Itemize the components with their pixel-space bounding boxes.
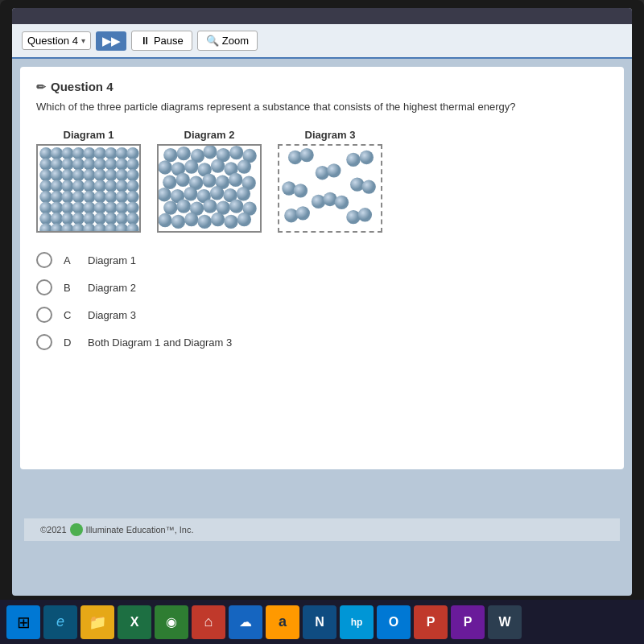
svg-point-15	[105, 159, 117, 171]
svg-point-115	[299, 148, 313, 162]
taskbar: ⊞ e 📁 X ◉ ⌂ ☁ a N hp O P P W	[0, 600, 644, 644]
svg-point-39	[72, 191, 85, 203]
svg-point-105	[229, 200, 243, 213]
svg-point-69	[105, 224, 117, 232]
svg-point-65	[61, 224, 73, 232]
copyright-text: ©2021	[40, 525, 67, 535]
svg-point-126	[335, 196, 349, 209]
svg-point-17	[126, 159, 138, 171]
svg-point-130	[358, 208, 372, 221]
taskbar-folder-button[interactable]: 📁	[80, 605, 114, 639]
taskbar-excel-button[interactable]: X	[118, 605, 151, 639]
question-selector[interactable]: Question 4 ▾	[22, 31, 91, 50]
svg-point-67	[83, 224, 95, 232]
svg-point-53	[126, 202, 138, 214]
svg-point-1	[51, 147, 63, 159]
svg-point-99	[237, 187, 250, 200]
svg-point-72	[163, 148, 177, 162]
svg-point-35	[126, 180, 138, 192]
svg-point-70	[116, 224, 128, 232]
radio-b[interactable]	[36, 279, 52, 295]
answer-row-c[interactable]: C Diagram 3	[36, 307, 608, 323]
svg-point-129	[346, 210, 360, 224]
svg-point-2	[61, 147, 73, 159]
svg-point-38	[61, 191, 73, 203]
taskbar-windows-button[interactable]: ⊞	[6, 605, 40, 639]
svg-point-61	[116, 213, 128, 225]
svg-point-121	[294, 184, 308, 197]
svg-point-59	[94, 213, 106, 225]
taskbar-win-dark-button[interactable]: W	[488, 605, 522, 639]
answer-letter-b: B	[64, 282, 76, 294]
taskbar-home-button[interactable]: ⌂	[192, 605, 225, 639]
svg-point-9	[39, 159, 52, 171]
svg-point-95	[184, 187, 197, 200]
pause-button[interactable]: ⏸ Pause	[131, 31, 192, 51]
svg-point-108	[171, 215, 185, 229]
svg-point-48	[72, 202, 85, 214]
taskbar-outlook-button[interactable]: O	[377, 605, 411, 639]
answer-row-a[interactable]: A Diagram 1	[36, 252, 608, 268]
svg-point-41	[94, 191, 106, 203]
question-text: Which of the three particle diagrams rep…	[36, 100, 608, 114]
svg-point-54	[39, 213, 52, 225]
svg-point-103	[203, 200, 217, 213]
taskbar-note-button[interactable]: N	[303, 605, 336, 639]
svg-point-120	[282, 182, 295, 196]
svg-point-85	[237, 160, 251, 174]
taskbar-edge-button[interactable]: e	[43, 605, 77, 639]
svg-point-43	[116, 191, 128, 203]
svg-point-111	[211, 213, 225, 226]
svg-point-119	[327, 163, 341, 177]
company-name: Illuminate Education™, Inc.	[86, 525, 194, 535]
svg-point-11	[61, 159, 73, 171]
taskbar-ppt-button[interactable]: P	[414, 605, 448, 639]
svg-point-3	[72, 147, 85, 159]
skip-button[interactable]: ▶▶	[96, 31, 126, 51]
radio-a[interactable]	[36, 252, 52, 268]
svg-point-58	[83, 213, 95, 225]
footer: ©2021 Illuminate Education™, Inc.	[24, 518, 620, 541]
svg-point-64	[51, 224, 63, 232]
diagram1-container: Diagram 1	[36, 129, 141, 233]
radio-c[interactable]	[36, 307, 52, 323]
taskbar-purple-button[interactable]: P	[451, 605, 485, 639]
svg-point-40	[83, 191, 95, 203]
pause-label: Pause	[154, 35, 184, 47]
svg-point-112	[224, 215, 237, 229]
svg-point-33	[105, 180, 117, 192]
diagram2-box	[157, 144, 262, 233]
svg-point-34	[116, 180, 128, 192]
diagram3-svg	[279, 146, 381, 231]
svg-point-109	[184, 213, 198, 226]
svg-point-117	[360, 151, 374, 164]
illuminate-logo	[70, 523, 83, 536]
taskbar-cloud-button[interactable]: ☁	[229, 605, 262, 639]
taskbar-hp-button[interactable]: hp	[340, 605, 374, 639]
radio-d[interactable]	[36, 334, 52, 350]
svg-point-81	[184, 160, 198, 174]
zoom-button[interactable]: 🔍 Zoom	[197, 31, 258, 51]
top-bar-area	[12, 8, 632, 24]
zoom-label: Zoom	[222, 35, 249, 47]
svg-point-6	[105, 147, 117, 159]
svg-point-124	[312, 195, 325, 208]
svg-point-19	[51, 169, 63, 181]
svg-point-123	[362, 180, 376, 194]
taskbar-amazon-button[interactable]: a	[266, 605, 299, 639]
answer-row-b[interactable]: B Diagram 2	[36, 279, 608, 295]
svg-point-45	[39, 202, 52, 214]
svg-point-118	[316, 166, 329, 180]
zoom-icon: 🔍	[206, 35, 219, 47]
svg-point-60	[105, 213, 117, 225]
svg-point-36	[39, 191, 52, 203]
pencil-icon: ✏	[36, 80, 46, 93]
taskbar-green-button[interactable]: ◉	[155, 605, 188, 639]
answer-letter-d: D	[64, 336, 76, 349]
answer-row-d[interactable]: D Both Diagram 1 and Diagram 3	[36, 334, 608, 350]
svg-point-25	[116, 169, 128, 181]
svg-point-32	[94, 180, 106, 192]
svg-point-12	[72, 159, 85, 171]
diagram2-svg	[159, 146, 260, 231]
svg-point-57	[72, 213, 85, 225]
